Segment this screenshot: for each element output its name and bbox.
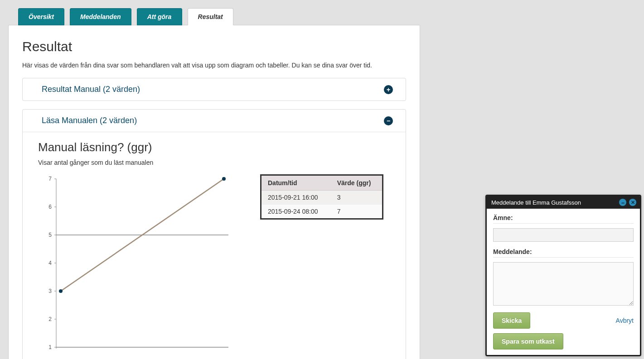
message-dialog: Meddelande till Emma Gustafsson ‒ ✕ Ämne…	[485, 195, 641, 356]
line-chart-svg: 7 6 5 4 3 2 1	[38, 174, 237, 355]
message-textarea[interactable]	[493, 262, 634, 306]
tab-oversikt[interactable]: Översikt	[18, 8, 64, 25]
tab-resultat[interactable]: Resultat	[188, 8, 233, 25]
content-card: Resultat Här visas de värden från dina s…	[8, 25, 420, 359]
tabs-bar: Översikt Meddelanden Att göra Resultat	[18, 8, 420, 25]
dialog-title: Meddelande till Emma Gustafsson	[491, 199, 581, 206]
svg-text:6: 6	[48, 204, 52, 210]
expand-icon: +	[384, 85, 393, 94]
page-title: Resultat	[22, 39, 406, 54]
collapse-icon: −	[384, 116, 393, 125]
svg-text:2: 2	[48, 316, 52, 322]
subject-label: Ämne:	[493, 214, 634, 221]
close-icon[interactable]: ✕	[629, 199, 636, 206]
cell-value: 3	[331, 191, 383, 205]
send-button[interactable]: Skicka	[493, 312, 530, 329]
svg-text:5: 5	[48, 232, 52, 238]
cancel-link[interactable]: Avbryt	[616, 317, 634, 324]
tab-att-gora[interactable]: Att göra	[137, 8, 182, 25]
cell-value: 7	[331, 205, 383, 219]
svg-text:7: 7	[48, 176, 52, 182]
chart-area: 7 6 5 4 3 2 1	[38, 174, 237, 357]
page-description: Här visas de värden från dina svar som b…	[22, 62, 406, 69]
chart-title: Manual läsning? (ggr)	[38, 140, 390, 154]
subject-input[interactable]	[493, 228, 634, 242]
panel-title: Läsa Manualen (2 värden)	[42, 116, 137, 125]
dialog-titlebar[interactable]: Meddelande till Emma Gustafsson ‒ ✕	[487, 196, 640, 209]
table-row: 2015-09-24 08:00 7	[261, 205, 383, 219]
dialog-body: Ämne: Meddelande: Skicka Avbryt Spara so…	[487, 209, 640, 355]
svg-point-18	[59, 289, 63, 293]
save-draft-button[interactable]: Spara som utkast	[493, 333, 563, 349]
table-head-date: Datum/tid	[261, 175, 331, 191]
message-label: Meddelande:	[493, 248, 634, 255]
chart-subtitle: Visar antal gånger som du läst manualen	[38, 159, 390, 166]
svg-text:3: 3	[48, 288, 52, 294]
minimize-icon[interactable]: ‒	[619, 199, 626, 206]
panel-body: Manual läsning? (ggr) Visar antal gånger…	[23, 132, 406, 359]
cell-date: 2015-09-21 16:00	[261, 191, 331, 205]
panel-title: Resultat Manual (2 värden)	[42, 85, 140, 94]
panel-resultat-manual: Resultat Manual (2 värden) +	[22, 78, 406, 101]
panel-header-resultat-manual[interactable]: Resultat Manual (2 värden) +	[23, 78, 406, 101]
panel-header-lasa-manualen[interactable]: Läsa Manualen (2 värden) −	[23, 110, 406, 132]
svg-point-19	[222, 177, 226, 181]
svg-text:1: 1	[48, 344, 52, 350]
panel-lasa-manualen: Läsa Manualen (2 värden) − Manual läsnin…	[22, 109, 406, 359]
table-row: 2015-09-21 16:00 3	[261, 191, 383, 205]
svg-text:4: 4	[48, 260, 52, 266]
cell-date: 2015-09-24 08:00	[261, 205, 331, 219]
tab-meddelanden[interactable]: Meddelanden	[70, 8, 131, 25]
divider	[493, 257, 634, 258]
table-head-value: Värde (ggr)	[331, 175, 383, 191]
data-table: Datum/tid Värde (ggr) 2015-09-21 16:00 3…	[260, 174, 383, 220]
divider	[493, 223, 634, 224]
